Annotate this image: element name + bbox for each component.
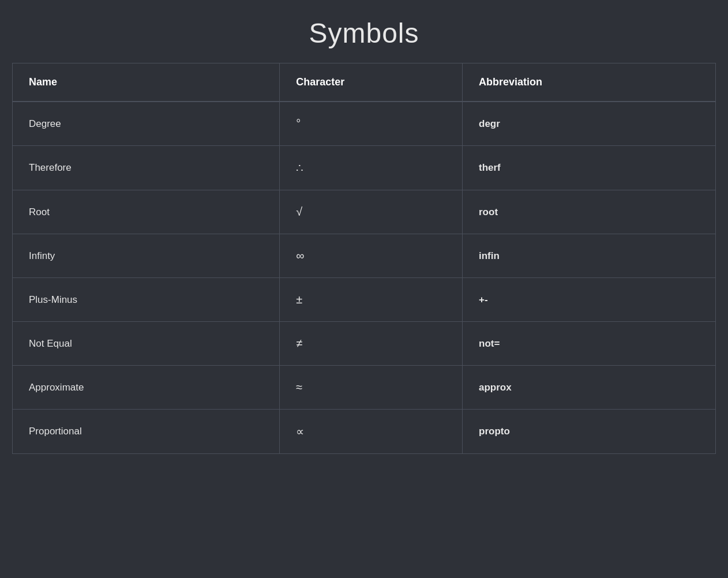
table-row: Approximate≈approx	[13, 366, 715, 410]
cell-character: ≠	[280, 322, 463, 366]
cell-abbreviation: propto	[463, 410, 716, 454]
cell-character: ≈	[280, 366, 463, 410]
symbols-table-container: Name Character Abbreviation Degree°degrT…	[12, 63, 716, 454]
cell-name: Not Equal	[13, 322, 280, 366]
cell-abbreviation: approx	[463, 366, 716, 410]
table-row: Root√root	[13, 190, 715, 234]
page-title: Symbols	[309, 17, 419, 49]
cell-abbreviation: therf	[463, 146, 716, 190]
table-header-row: Name Character Abbreviation	[13, 63, 715, 102]
table-row: Degree°degr	[13, 102, 715, 146]
cell-abbreviation: infin	[463, 234, 716, 278]
cell-character: ∝	[280, 410, 463, 454]
header-abbreviation: Abbreviation	[463, 63, 716, 102]
header-name: Name	[13, 63, 280, 102]
table-row: Therefore∴therf	[13, 146, 715, 190]
cell-name: Plus-Minus	[13, 278, 280, 322]
table-row: Proportional∝propto	[13, 410, 715, 454]
cell-name: Therefore	[13, 146, 280, 190]
cell-name: Degree	[13, 102, 280, 146]
table-row: Plus-Minus±+-	[13, 278, 715, 322]
symbols-table: Name Character Abbreviation Degree°degrT…	[13, 63, 715, 453]
cell-character: °	[280, 102, 463, 146]
cell-character: ∞	[280, 234, 463, 278]
cell-abbreviation: not=	[463, 322, 716, 366]
table-row: Not Equal≠not=	[13, 322, 715, 366]
cell-name: Infinty	[13, 234, 280, 278]
cell-character: ∴	[280, 146, 463, 190]
table-row: Infinty∞infin	[13, 234, 715, 278]
cell-abbreviation: root	[463, 190, 716, 234]
cell-abbreviation: degr	[463, 102, 716, 146]
cell-character: √	[280, 190, 463, 234]
header-character: Character	[280, 63, 463, 102]
cell-character: ±	[280, 278, 463, 322]
cell-abbreviation: +-	[463, 278, 716, 322]
cell-name: Proportional	[13, 410, 280, 454]
cell-name: Approximate	[13, 366, 280, 410]
cell-name: Root	[13, 190, 280, 234]
